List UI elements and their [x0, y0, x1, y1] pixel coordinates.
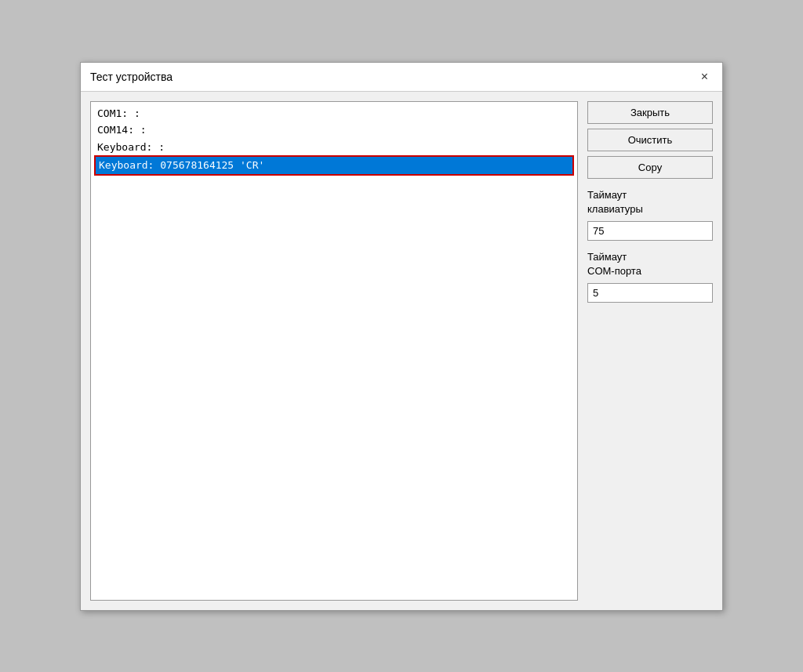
log-line[interactable]: Keyboard: :	[94, 139, 574, 156]
close-button[interactable]: Закрыть	[587, 101, 713, 124]
sidebar: Закрыть Очистить Copy Таймаутклавиатуры …	[587, 101, 713, 601]
log-line[interactable]: COM14: :	[94, 122, 574, 139]
main-window: Тест устройства × COM1: :COM14: :Keyboar…	[80, 62, 723, 611]
window-close-button[interactable]: ×	[696, 69, 713, 85]
keyboard-timeout-label: Таймаутклавиатуры	[587, 188, 713, 216]
window-body: COM1: :COM14: :Keyboard: :Keyboard: 0756…	[81, 92, 722, 610]
window-title: Тест устройства	[90, 71, 173, 83]
clear-button[interactable]: Очистить	[587, 129, 713, 151]
log-line[interactable]: COM1: :	[94, 105, 574, 122]
com-timeout-label: ТаймаутCOM-порта	[587, 250, 713, 278]
com-timeout-input[interactable]	[587, 283, 713, 303]
log-panel[interactable]: COM1: :COM14: :Keyboard: :Keyboard: 0756…	[90, 101, 578, 601]
title-bar: Тест устройства ×	[81, 63, 722, 92]
copy-button[interactable]: Copy	[587, 156, 713, 179]
log-line[interactable]: Keyboard: 075678164125 'CR'	[94, 155, 574, 176]
keyboard-timeout-input[interactable]	[587, 221, 713, 241]
